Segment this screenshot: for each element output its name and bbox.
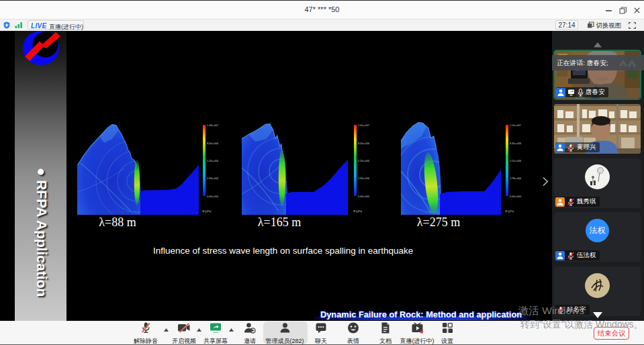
svg-text:8.05e+006: 8.05e+006: [207, 142, 218, 145]
svg-text:8.35e+006: 8.35e+006: [510, 142, 521, 145]
svg-text:5.25e+006: 5.25e+006: [207, 160, 218, 162]
svg-text:2.78e+006: 2.78e+006: [510, 177, 521, 180]
svg-text:0.00e+000: 0.00e+000: [358, 195, 369, 198]
svg-text:1.01e+007: 1.01e+007: [358, 124, 369, 127]
svg-text:1.11e+007: 1.11e+007: [510, 124, 521, 127]
svg-text:0.00e+000: 0.00e+000: [510, 195, 521, 198]
svg-text:5.57e+006: 5.57e+006: [510, 160, 521, 162]
svg-text:2.63e+006: 2.63e+006: [207, 177, 218, 180]
svg-text:0.00e+000: 0.00e+000: [207, 195, 218, 198]
svg-text:2.63e+006: 2.63e+006: [358, 177, 369, 180]
svg-text:5.25e+006: 5.25e+006: [358, 160, 369, 162]
svg-text:单位(Pa): 单位(Pa): [202, 210, 211, 213]
svg-text:单位(Pa): 单位(Pa): [505, 210, 514, 213]
svg-text:单位(Pa): 单位(Pa): [353, 210, 362, 213]
svg-text:1.43e+007: 1.43e+007: [207, 124, 218, 127]
svg-text:8.05e+006: 8.05e+006: [358, 142, 369, 145]
